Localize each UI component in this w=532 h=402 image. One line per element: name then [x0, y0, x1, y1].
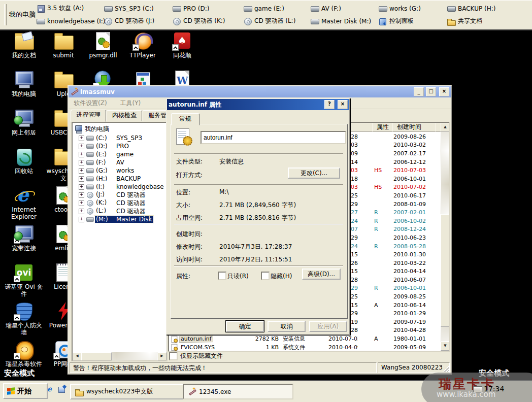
readonly-checkbox[interactable]	[218, 272, 226, 280]
window-titlebar[interactable]: lmassmuv _ □ ×	[69, 86, 451, 97]
keyboard-tray-icon[interactable]	[473, 385, 481, 393]
expand-plus-icon[interactable]: +	[79, 136, 84, 141]
minimize-button[interactable]: _	[414, 87, 424, 96]
desktop-icon[interactable]: ♠ 同花顺	[162, 30, 202, 69]
scroll-left-button[interactable]: ◀	[73, 352, 82, 360]
desktop-icon[interactable]: e Internet Explorer	[4, 185, 44, 223]
drive-item[interactable]: knowledgebase (I:)	[37, 15, 104, 27]
file-created: 2010-06-23	[393, 234, 434, 241]
drive-icon	[173, 5, 181, 13]
show-hidden-only-checkbox[interactable]	[169, 352, 178, 360]
drive-item[interactable]: AV (F:)	[311, 2, 379, 15]
desktop-icon[interactable]: ovi 诺基亚 Ovi 套件	[4, 262, 44, 300]
taskbar-button-12345exe[interactable]: 12345.exe	[183, 384, 293, 399]
tree-root-node[interactable]: 我的电脑	[75, 125, 109, 133]
filename-input[interactable]	[201, 131, 346, 144]
cancel-button[interactable]: 取消	[268, 321, 306, 332]
drive-item[interactable]: CD 驱动器 (L:)	[244, 15, 311, 27]
tree-node[interactable]: + (E:) game	[73, 150, 167, 158]
tree-node[interactable]: + (J:) CD 驱动器	[73, 191, 167, 199]
close-icon[interactable]: ×	[338, 100, 348, 109]
tree-node[interactable]: + (G:) works	[73, 166, 167, 175]
tree-node-label: (C:) SYS_SP3	[95, 135, 143, 142]
tab[interactable]: 内核检查	[107, 110, 142, 121]
desktop-icon[interactable]: psmgr.dll	[83, 30, 123, 69]
scrollbar-thumb[interactable]	[81, 352, 112, 360]
desktop-icon[interactable]: submit	[44, 30, 83, 69]
setup-file-icon	[175, 128, 192, 146]
advanced-button[interactable]: 高级(D)...	[302, 269, 341, 280]
expand-plus-icon[interactable]: +	[79, 184, 84, 190]
resize-grip[interactable]	[443, 366, 449, 372]
hidden-checkbox[interactable]	[261, 272, 270, 280]
drive-item[interactable]: 控制面板	[379, 15, 447, 27]
expand-plus-icon[interactable]: +	[79, 217, 84, 222]
drive-item[interactable]: PRO (D:)	[173, 2, 244, 15]
start-button[interactable]: 开始	[3, 383, 48, 399]
drive-item[interactable]: 3.5 软盘 (A:)	[37, 2, 104, 15]
change-button[interactable]: 更改(C)...	[288, 168, 340, 179]
file-list-vertical-scrollbar[interactable]: ▲ ▼	[441, 123, 449, 351]
expand-plus-icon[interactable]: +	[79, 209, 84, 214]
tree-node[interactable]: + (F:) AV	[73, 158, 167, 166]
tab[interactable]: 进程管理	[71, 110, 106, 122]
file-row[interactable]: FVICOM.SYS 1 KB 系统文件 2010-04-09 2009-05-…	[169, 343, 441, 352]
clock[interactable]: 17:34	[484, 385, 504, 393]
tree-node[interactable]: + (D:) PRO	[73, 142, 167, 150]
expand-plus-icon[interactable]: +	[79, 144, 84, 149]
maximize-button[interactable]: □	[426, 87, 436, 96]
expand-plus-icon[interactable]: +	[79, 168, 84, 174]
drive-item[interactable]: BACKUP (H:)	[447, 2, 523, 15]
drive-item[interactable]: CD 驱动器 (K:)	[173, 15, 244, 27]
internet-explorer-quicklaunch-icon[interactable]	[46, 385, 54, 393]
drive-item[interactable]: 共享文档	[447, 15, 523, 27]
expand-plus-icon[interactable]: +	[79, 152, 84, 157]
expand-plus-icon[interactable]: +	[79, 160, 84, 165]
tree-node[interactable]: + (C:) SYS_SP3	[73, 134, 167, 142]
desktop-icon[interactable]: TTPlayer	[123, 30, 162, 69]
file-name: autorun.inf	[180, 336, 213, 342]
expand-plus-icon[interactable]: +	[79, 176, 84, 182]
close-button[interactable]: ×	[439, 87, 449, 96]
desktop-icon[interactable]: 我的文档	[4, 30, 44, 69]
apply-button[interactable]: 应用(A)	[309, 321, 347, 332]
help-button[interactable]: ?	[324, 100, 335, 109]
expand-plus-icon[interactable]: +	[79, 192, 84, 198]
drive-item[interactable]: SYS_SP3 (C:)	[104, 2, 173, 15]
size-on-disk-label: 占用空间:	[176, 214, 203, 222]
drive-item[interactable]: game (E:)	[244, 2, 311, 15]
tab-general[interactable]: 常规	[171, 113, 200, 125]
tree-node[interactable]: + (K:) CD 驱动器	[73, 199, 167, 207]
drive-item[interactable]: CD 驱动器 (J:)	[104, 15, 173, 27]
dialog-titlebar[interactable]: autorun.inf 属性 ? ×	[167, 99, 349, 110]
scroll-right-button[interactable]: ▶	[157, 352, 167, 360]
desktop-icon[interactable]: 我的电脑	[4, 69, 44, 108]
desktop-icon[interactable]: 回收站	[4, 146, 44, 185]
desktop-icon-image: e	[14, 186, 34, 205]
desktop-icon[interactable]: 网上邻居	[4, 108, 44, 146]
tree-node[interactable]: + (M:) Master Disk	[73, 215, 167, 223]
toolbar-grip[interactable]	[4, 4, 7, 25]
tree-node[interactable]: + (H:) BACKUP	[73, 175, 167, 183]
taskbar-button-wsyscheck[interactable]: wsyscheck0223中文版	[70, 384, 189, 399]
menu-item[interactable]: 工具(Y)	[120, 99, 141, 108]
file-name: FVICOM.SYS	[180, 344, 216, 351]
menu-item[interactable]: 软件设置(Z)	[74, 99, 107, 108]
show-desktop-icon[interactable]	[58, 385, 66, 393]
desktop-icon[interactable]: 宽带连接	[4, 223, 44, 262]
scroll-up-button[interactable]: ▲	[441, 123, 450, 132]
scrollbar-thumb[interactable]	[441, 214, 450, 327]
tree-horizontal-scrollbar[interactable]: ◀ ▶	[73, 352, 167, 360]
column-header-created[interactable]: 创建时间	[392, 123, 439, 132]
tree-node[interactable]: + (I:) knowledgebase	[73, 183, 167, 191]
drive-item[interactable]: Master Disk (M:)	[311, 15, 379, 27]
drive-item[interactable]: works (G:)	[379, 2, 447, 15]
file-created: 2010-06-07	[393, 277, 434, 283]
file-row[interactable]: autorun.inf 2782 KB 安装信息 2010-07-03 A 19…	[169, 334, 441, 343]
scroll-down-button[interactable]: ▼	[441, 342, 450, 351]
tree-node[interactable]: + (L:) CD 驱动器	[73, 207, 167, 215]
desktop-icon[interactable]: 瑞星个人防火墙	[4, 300, 44, 339]
ok-button[interactable]: 确定	[226, 321, 264, 332]
task-label: 12345.exe	[199, 388, 231, 395]
expand-plus-icon[interactable]: +	[79, 200, 84, 206]
